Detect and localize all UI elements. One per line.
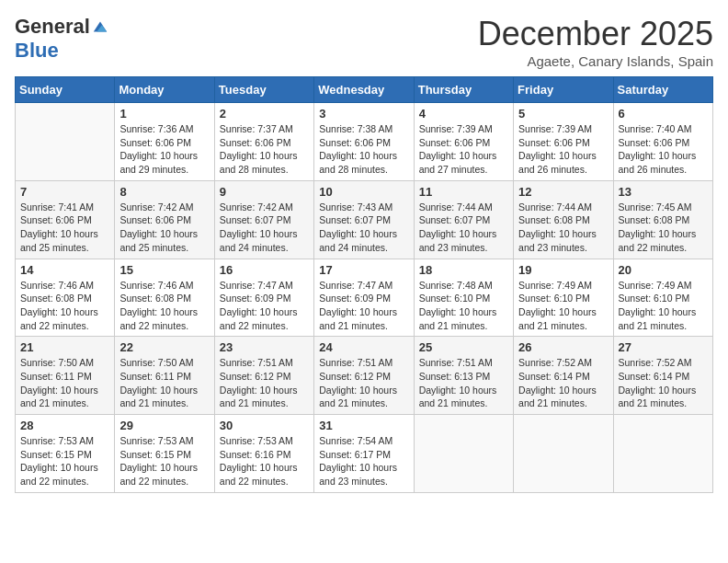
weekday-header-wednesday: Wednesday (314, 77, 414, 103)
calendar-header-row: SundayMondayTuesdayWednesdayThursdayFrid… (16, 77, 713, 103)
calendar-day-cell: 31Sunrise: 7:54 AMSunset: 6:17 PMDayligh… (314, 415, 414, 493)
weekday-header-sunday: Sunday (16, 77, 115, 103)
title-section: December 2025 Agaete, Canary Islands, Sp… (478, 15, 713, 69)
day-info: Sunrise: 7:49 AMSunset: 6:10 PMDaylight:… (619, 279, 708, 333)
day-info: Sunrise: 7:50 AMSunset: 6:11 PMDaylight:… (20, 356, 109, 410)
day-number: 23 (220, 340, 309, 354)
day-info: Sunrise: 7:37 AMSunset: 6:06 PMDaylight:… (220, 122, 309, 177)
location-subtitle: Agaete, Canary Islands, Spain (478, 53, 713, 69)
calendar-day-cell: 2Sunrise: 7:37 AMSunset: 6:06 PMDaylight… (214, 103, 313, 181)
calendar-day-cell: 28Sunrise: 7:53 AMSunset: 6:15 PMDayligh… (16, 415, 115, 493)
day-info: Sunrise: 7:49 AMSunset: 6:10 PMDaylight:… (518, 279, 608, 333)
page-header: General Blue December 2025 Agaete, Canar… (15, 15, 713, 69)
day-number: 19 (518, 263, 608, 277)
day-info: Sunrise: 7:46 AMSunset: 6:08 PMDaylight:… (20, 279, 109, 333)
calendar-day-cell: 1Sunrise: 7:36 AMSunset: 6:06 PMDaylight… (115, 103, 214, 181)
day-info: Sunrise: 7:51 AMSunset: 6:12 PMDaylight:… (220, 356, 309, 410)
day-info: Sunrise: 7:42 AMSunset: 6:06 PMDaylight:… (119, 201, 209, 255)
day-number: 9 (220, 185, 309, 199)
weekday-header-friday: Friday (514, 77, 613, 103)
day-number: 17 (319, 263, 408, 277)
day-info: Sunrise: 7:52 AMSunset: 6:14 PMDaylight:… (619, 356, 708, 410)
day-number: 5 (518, 107, 608, 121)
day-info: Sunrise: 7:47 AMSunset: 6:09 PMDaylight:… (220, 279, 309, 333)
calendar-day-cell: 17Sunrise: 7:47 AMSunset: 6:09 PMDayligh… (314, 259, 414, 337)
day-info: Sunrise: 7:38 AMSunset: 6:06 PMDaylight:… (319, 122, 408, 177)
day-number: 30 (220, 419, 309, 432)
weekday-header-monday: Monday (115, 77, 214, 103)
calendar-day-cell: 5Sunrise: 7:39 AMSunset: 6:06 PMDaylight… (514, 103, 613, 181)
day-info: Sunrise: 7:53 AMSunset: 6:15 PMDaylight:… (20, 434, 109, 488)
calendar-day-cell: 13Sunrise: 7:45 AMSunset: 6:08 PMDayligh… (613, 180, 712, 259)
day-info: Sunrise: 7:53 AMSunset: 6:15 PMDaylight:… (119, 434, 209, 488)
calendar-day-cell: 12Sunrise: 7:44 AMSunset: 6:08 PMDayligh… (514, 180, 613, 259)
calendar-day-cell: 10Sunrise: 7:43 AMSunset: 6:07 PMDayligh… (314, 180, 414, 259)
logo-general-text: General (15, 15, 90, 39)
calendar-day-cell (16, 103, 115, 181)
calendar-day-cell: 14Sunrise: 7:46 AMSunset: 6:08 PMDayligh… (16, 259, 115, 337)
day-info: Sunrise: 7:36 AMSunset: 6:06 PMDaylight:… (119, 122, 209, 177)
calendar-day-cell: 15Sunrise: 7:46 AMSunset: 6:08 PMDayligh… (115, 259, 214, 337)
day-info: Sunrise: 7:45 AMSunset: 6:08 PMDaylight:… (619, 201, 708, 255)
day-number: 12 (518, 185, 608, 199)
day-info: Sunrise: 7:44 AMSunset: 6:08 PMDaylight:… (518, 201, 608, 255)
day-number: 8 (119, 185, 209, 199)
calendar-day-cell: 19Sunrise: 7:49 AMSunset: 6:10 PMDayligh… (514, 259, 613, 337)
calendar-day-cell: 29Sunrise: 7:53 AMSunset: 6:15 PMDayligh… (115, 415, 214, 493)
day-info: Sunrise: 7:42 AMSunset: 6:07 PMDaylight:… (220, 201, 309, 255)
day-info: Sunrise: 7:53 AMSunset: 6:16 PMDaylight:… (220, 434, 309, 488)
day-number: 4 (419, 107, 508, 121)
day-info: Sunrise: 7:48 AMSunset: 6:10 PMDaylight:… (419, 279, 508, 333)
calendar-day-cell: 25Sunrise: 7:51 AMSunset: 6:13 PMDayligh… (414, 337, 513, 415)
logo-icon (92, 18, 108, 35)
day-info: Sunrise: 7:52 AMSunset: 6:14 PMDaylight:… (518, 356, 608, 410)
day-number: 26 (518, 340, 608, 354)
calendar-day-cell: 7Sunrise: 7:41 AMSunset: 6:06 PMDaylight… (16, 180, 115, 259)
calendar-table: SundayMondayTuesdayWednesdayThursdayFrid… (15, 76, 713, 493)
day-number: 31 (319, 419, 408, 432)
day-number: 18 (419, 263, 508, 277)
day-number: 1 (119, 107, 209, 121)
day-info: Sunrise: 7:46 AMSunset: 6:08 PMDaylight:… (119, 279, 209, 333)
calendar-week-row: 28Sunrise: 7:53 AMSunset: 6:15 PMDayligh… (16, 415, 713, 493)
weekday-header-saturday: Saturday (613, 77, 712, 103)
day-info: Sunrise: 7:47 AMSunset: 6:09 PMDaylight:… (319, 279, 408, 333)
day-info: Sunrise: 7:40 AMSunset: 6:06 PMDaylight:… (619, 122, 708, 177)
day-info: Sunrise: 7:39 AMSunset: 6:06 PMDaylight:… (518, 122, 608, 177)
day-number: 2 (220, 107, 309, 121)
calendar-day-cell: 26Sunrise: 7:52 AMSunset: 6:14 PMDayligh… (514, 337, 613, 415)
day-info: Sunrise: 7:39 AMSunset: 6:06 PMDaylight:… (419, 122, 508, 177)
day-number: 10 (319, 185, 408, 199)
calendar-day-cell (613, 415, 712, 493)
calendar-day-cell: 6Sunrise: 7:40 AMSunset: 6:06 PMDaylight… (613, 103, 712, 181)
day-number: 16 (220, 263, 309, 277)
day-info: Sunrise: 7:51 AMSunset: 6:12 PMDaylight:… (319, 356, 408, 410)
calendar-day-cell: 3Sunrise: 7:38 AMSunset: 6:06 PMDaylight… (314, 103, 414, 181)
day-number: 27 (619, 340, 708, 354)
calendar-day-cell: 20Sunrise: 7:49 AMSunset: 6:10 PMDayligh… (613, 259, 712, 337)
day-info: Sunrise: 7:51 AMSunset: 6:13 PMDaylight:… (419, 356, 508, 410)
calendar-day-cell (414, 415, 513, 493)
day-info: Sunrise: 7:54 AMSunset: 6:17 PMDaylight:… (319, 434, 408, 488)
calendar-day-cell: 21Sunrise: 7:50 AMSunset: 6:11 PMDayligh… (16, 337, 115, 415)
calendar-day-cell: 24Sunrise: 7:51 AMSunset: 6:12 PMDayligh… (314, 337, 414, 415)
calendar-day-cell: 9Sunrise: 7:42 AMSunset: 6:07 PMDaylight… (214, 180, 313, 259)
day-info: Sunrise: 7:43 AMSunset: 6:07 PMDaylight:… (319, 201, 408, 255)
logo: General Blue (15, 15, 108, 63)
day-number: 29 (119, 419, 209, 432)
weekday-header-tuesday: Tuesday (214, 77, 313, 103)
calendar-day-cell: 8Sunrise: 7:42 AMSunset: 6:06 PMDaylight… (115, 180, 214, 259)
calendar-day-cell: 16Sunrise: 7:47 AMSunset: 6:09 PMDayligh… (214, 259, 313, 337)
calendar-day-cell: 30Sunrise: 7:53 AMSunset: 6:16 PMDayligh… (214, 415, 313, 493)
day-number: 7 (20, 185, 109, 199)
day-number: 11 (419, 185, 508, 199)
day-number: 13 (619, 185, 708, 199)
calendar-day-cell: 27Sunrise: 7:52 AMSunset: 6:14 PMDayligh… (613, 337, 712, 415)
calendar-week-row: 7Sunrise: 7:41 AMSunset: 6:06 PMDaylight… (16, 180, 713, 259)
day-number: 21 (20, 340, 109, 354)
logo-blue-text: Blue (15, 39, 59, 63)
day-number: 15 (119, 263, 209, 277)
calendar-day-cell: 18Sunrise: 7:48 AMSunset: 6:10 PMDayligh… (414, 259, 513, 337)
calendar-day-cell: 23Sunrise: 7:51 AMSunset: 6:12 PMDayligh… (214, 337, 313, 415)
day-info: Sunrise: 7:50 AMSunset: 6:11 PMDaylight:… (119, 356, 209, 410)
